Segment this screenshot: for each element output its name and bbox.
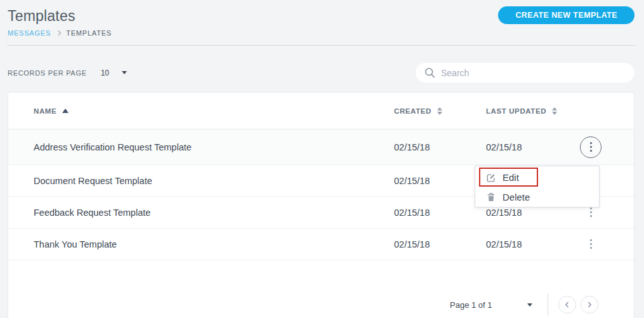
records-per-page-value[interactable]: 10 — [101, 69, 109, 77]
cell-template-name: Thank You Template — [34, 239, 394, 249]
cell-template-name: Feedback Request Template — [34, 208, 394, 218]
cell-template-name: Address Verification Request Template — [34, 142, 394, 152]
sort-toggle-icon[interactable] — [552, 107, 557, 115]
table-row[interactable]: Thank You Template 02/15/18 02/15/18 — [8, 229, 634, 260]
create-new-template-button[interactable]: CREATE NEW TEMPLATE — [498, 6, 634, 24]
caret-down-icon[interactable] — [122, 71, 127, 74]
records-per-page-control[interactable]: RECORDS PER PAGE 10 — [8, 69, 127, 77]
chevron-left-icon — [563, 301, 571, 308]
cell-created-date: 02/15/18 — [394, 142, 486, 152]
column-header-name[interactable]: NAME — [34, 107, 394, 115]
sort-ascending-icon[interactable] — [62, 109, 69, 113]
chevron-right-icon — [586, 301, 593, 308]
edit-icon — [486, 173, 496, 183]
chevron-right-icon — [56, 30, 61, 35]
trash-icon — [486, 192, 496, 202]
previous-page-button[interactable] — [558, 296, 576, 314]
breadcrumb-current: TEMPLATES — [66, 29, 112, 37]
sort-toggle-icon[interactable] — [437, 107, 442, 115]
page-header: Templates MESSAGES TEMPLATES CREATE NEW … — [0, 0, 644, 37]
templates-page: Templates MESSAGES TEMPLATES CREATE NEW … — [0, 0, 644, 318]
column-header-created[interactable]: CREATED — [394, 107, 486, 115]
next-page-button[interactable] — [581, 296, 598, 314]
table-row[interactable]: Address Verification Request Template 02… — [8, 129, 634, 165]
toolbar: RECORDS PER PAGE 10 — [8, 63, 634, 83]
row-actions-button-active[interactable] — [580, 136, 601, 158]
cell-template-name: Document Request Template — [34, 176, 394, 186]
cell-created-date: 02/15/18 — [394, 176, 486, 186]
column-label-last-updated: LAST UPDATED — [486, 107, 546, 115]
menu-item-label: Delete — [503, 192, 530, 202]
pagination: Page 1 of 1 — [8, 293, 634, 316]
breadcrumb: MESSAGES TEMPLATES — [8, 29, 112, 37]
cell-actions — [575, 136, 607, 158]
column-header-last-updated[interactable]: LAST UPDATED — [486, 107, 575, 115]
header-left: Templates MESSAGES TEMPLATES — [8, 8, 112, 37]
breadcrumb-messages-link[interactable]: MESSAGES — [8, 29, 51, 37]
row-actions-menu: Edit Delete — [475, 166, 600, 208]
table-header-row: NAME CREATED LAST UPDATED — [8, 93, 634, 129]
page-title: Templates — [8, 8, 112, 25]
records-per-page-label: RECORDS PER PAGE — [8, 69, 87, 77]
page-select-dropdown[interactable]: Page 1 of 1 — [450, 300, 532, 310]
header-divider — [7, 45, 636, 46]
cell-last-updated-date: 02/15/18 — [486, 239, 575, 249]
menu-item-label: Edit — [503, 172, 519, 183]
cell-last-updated-date: 02/15/18 — [486, 208, 575, 218]
row-actions-button[interactable] — [586, 235, 596, 253]
menu-item-edit[interactable]: Edit — [475, 168, 599, 187]
column-label-name: NAME — [34, 107, 56, 115]
cell-created-date: 02/15/18 — [394, 208, 486, 218]
search-box[interactable] — [416, 63, 634, 83]
cell-last-updated-date: 02/15/18 — [486, 142, 575, 152]
cell-actions — [575, 235, 607, 253]
search-input[interactable] — [416, 63, 634, 83]
page-select-label: Page 1 of 1 — [450, 300, 492, 310]
menu-item-delete[interactable]: Delete — [475, 187, 599, 207]
cell-created-date: 02/15/18 — [394, 239, 486, 249]
search-icon — [424, 67, 435, 78]
pagination-divider — [548, 293, 548, 316]
column-label-created: CREATED — [394, 107, 431, 115]
caret-down-icon[interactable] — [527, 303, 532, 307]
